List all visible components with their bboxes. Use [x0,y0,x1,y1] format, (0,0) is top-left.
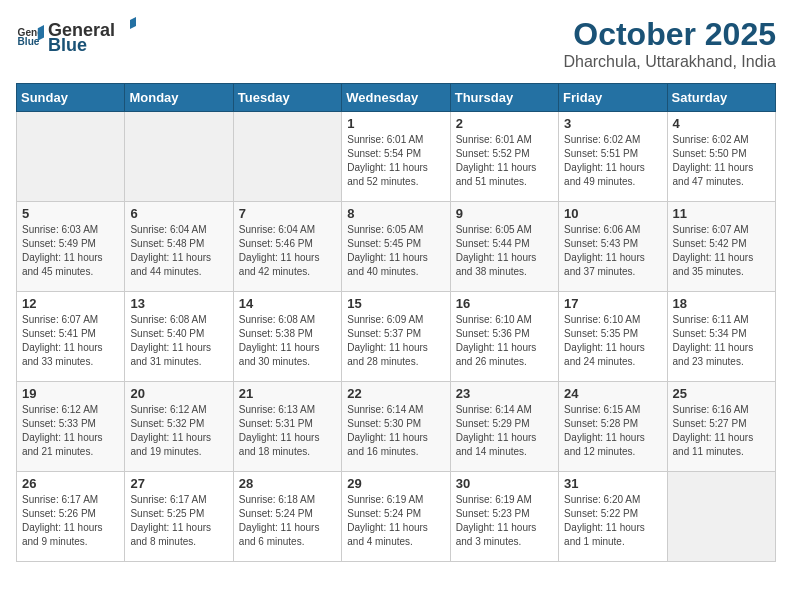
day-number: 5 [22,206,119,221]
calendar-cell: 4Sunrise: 6:02 AM Sunset: 5:50 PM Daylig… [667,112,775,202]
day-number: 10 [564,206,661,221]
day-number: 29 [347,476,444,491]
day-info: Sunrise: 6:10 AM Sunset: 5:36 PM Dayligh… [456,313,553,369]
day-info: Sunrise: 6:09 AM Sunset: 5:37 PM Dayligh… [347,313,444,369]
calendar-cell [233,112,341,202]
day-info: Sunrise: 6:17 AM Sunset: 5:26 PM Dayligh… [22,493,119,549]
calendar-cell: 6Sunrise: 6:04 AM Sunset: 5:48 PM Daylig… [125,202,233,292]
calendar-title: October 2025 [563,16,776,53]
calendar-cell: 15Sunrise: 6:09 AM Sunset: 5:37 PM Dayli… [342,292,450,382]
calendar-cell: 29Sunrise: 6:19 AM Sunset: 5:24 PM Dayli… [342,472,450,562]
day-number: 8 [347,206,444,221]
day-info: Sunrise: 6:04 AM Sunset: 5:48 PM Dayligh… [130,223,227,279]
calendar-cell: 22Sunrise: 6:14 AM Sunset: 5:30 PM Dayli… [342,382,450,472]
calendar-cell [125,112,233,202]
weekday-header: Monday [125,84,233,112]
calendar-cell: 16Sunrise: 6:10 AM Sunset: 5:36 PM Dayli… [450,292,558,382]
calendar-cell: 1Sunrise: 6:01 AM Sunset: 5:54 PM Daylig… [342,112,450,202]
day-number: 7 [239,206,336,221]
day-info: Sunrise: 6:14 AM Sunset: 5:29 PM Dayligh… [456,403,553,459]
day-number: 24 [564,386,661,401]
day-number: 12 [22,296,119,311]
day-number: 4 [673,116,770,131]
day-info: Sunrise: 6:04 AM Sunset: 5:46 PM Dayligh… [239,223,336,279]
calendar-cell: 3Sunrise: 6:02 AM Sunset: 5:51 PM Daylig… [559,112,667,202]
calendar-cell: 19Sunrise: 6:12 AM Sunset: 5:33 PM Dayli… [17,382,125,472]
day-info: Sunrise: 6:11 AM Sunset: 5:34 PM Dayligh… [673,313,770,369]
day-info: Sunrise: 6:05 AM Sunset: 5:44 PM Dayligh… [456,223,553,279]
day-info: Sunrise: 6:17 AM Sunset: 5:25 PM Dayligh… [130,493,227,549]
weekday-header: Sunday [17,84,125,112]
day-info: Sunrise: 6:18 AM Sunset: 5:24 PM Dayligh… [239,493,336,549]
day-number: 6 [130,206,227,221]
day-number: 17 [564,296,661,311]
day-info: Sunrise: 6:19 AM Sunset: 5:23 PM Dayligh… [456,493,553,549]
day-number: 16 [456,296,553,311]
calendar-cell: 10Sunrise: 6:06 AM Sunset: 5:43 PM Dayli… [559,202,667,292]
calendar-table: SundayMondayTuesdayWednesdayThursdayFrid… [16,83,776,562]
calendar-cell: 14Sunrise: 6:08 AM Sunset: 5:38 PM Dayli… [233,292,341,382]
svg-text:Blue: Blue [18,36,40,47]
day-info: Sunrise: 6:07 AM Sunset: 5:42 PM Dayligh… [673,223,770,279]
calendar-cell: 21Sunrise: 6:13 AM Sunset: 5:31 PM Dayli… [233,382,341,472]
calendar-cell: 12Sunrise: 6:07 AM Sunset: 5:41 PM Dayli… [17,292,125,382]
day-number: 27 [130,476,227,491]
calendar-week-row: 12Sunrise: 6:07 AM Sunset: 5:41 PM Dayli… [17,292,776,382]
title-area: October 2025 Dharchula, Uttarakhand, Ind… [563,16,776,71]
calendar-cell: 23Sunrise: 6:14 AM Sunset: 5:29 PM Dayli… [450,382,558,472]
calendar-week-row: 1Sunrise: 6:01 AM Sunset: 5:54 PM Daylig… [17,112,776,202]
day-info: Sunrise: 6:06 AM Sunset: 5:43 PM Dayligh… [564,223,661,279]
day-info: Sunrise: 6:05 AM Sunset: 5:45 PM Dayligh… [347,223,444,279]
day-info: Sunrise: 6:13 AM Sunset: 5:31 PM Dayligh… [239,403,336,459]
calendar-cell: 5Sunrise: 6:03 AM Sunset: 5:49 PM Daylig… [17,202,125,292]
day-number: 19 [22,386,119,401]
day-number: 15 [347,296,444,311]
calendar-cell: 28Sunrise: 6:18 AM Sunset: 5:24 PM Dayli… [233,472,341,562]
day-info: Sunrise: 6:14 AM Sunset: 5:30 PM Dayligh… [347,403,444,459]
day-info: Sunrise: 6:03 AM Sunset: 5:49 PM Dayligh… [22,223,119,279]
calendar-week-row: 5Sunrise: 6:03 AM Sunset: 5:49 PM Daylig… [17,202,776,292]
calendar-cell: 8Sunrise: 6:05 AM Sunset: 5:45 PM Daylig… [342,202,450,292]
calendar-cell: 20Sunrise: 6:12 AM Sunset: 5:32 PM Dayli… [125,382,233,472]
day-number: 31 [564,476,661,491]
calendar-cell: 11Sunrise: 6:07 AM Sunset: 5:42 PM Dayli… [667,202,775,292]
weekday-header: Tuesday [233,84,341,112]
day-info: Sunrise: 6:12 AM Sunset: 5:32 PM Dayligh… [130,403,227,459]
day-number: 20 [130,386,227,401]
logo-bird-icon [116,16,136,36]
day-info: Sunrise: 6:15 AM Sunset: 5:28 PM Dayligh… [564,403,661,459]
day-info: Sunrise: 6:10 AM Sunset: 5:35 PM Dayligh… [564,313,661,369]
calendar-cell: 27Sunrise: 6:17 AM Sunset: 5:25 PM Dayli… [125,472,233,562]
day-info: Sunrise: 6:19 AM Sunset: 5:24 PM Dayligh… [347,493,444,549]
calendar-cell: 13Sunrise: 6:08 AM Sunset: 5:40 PM Dayli… [125,292,233,382]
day-number: 1 [347,116,444,131]
calendar-cell [17,112,125,202]
day-number: 14 [239,296,336,311]
day-info: Sunrise: 6:12 AM Sunset: 5:33 PM Dayligh… [22,403,119,459]
calendar-cell: 17Sunrise: 6:10 AM Sunset: 5:35 PM Dayli… [559,292,667,382]
calendar-cell: 18Sunrise: 6:11 AM Sunset: 5:34 PM Dayli… [667,292,775,382]
day-number: 23 [456,386,553,401]
day-info: Sunrise: 6:08 AM Sunset: 5:38 PM Dayligh… [239,313,336,369]
day-info: Sunrise: 6:07 AM Sunset: 5:41 PM Dayligh… [22,313,119,369]
day-number: 21 [239,386,336,401]
calendar-cell [667,472,775,562]
day-info: Sunrise: 6:20 AM Sunset: 5:22 PM Dayligh… [564,493,661,549]
calendar-cell: 30Sunrise: 6:19 AM Sunset: 5:23 PM Dayli… [450,472,558,562]
day-number: 22 [347,386,444,401]
day-info: Sunrise: 6:08 AM Sunset: 5:40 PM Dayligh… [130,313,227,369]
day-number: 3 [564,116,661,131]
day-info: Sunrise: 6:02 AM Sunset: 5:50 PM Dayligh… [673,133,770,189]
day-info: Sunrise: 6:02 AM Sunset: 5:51 PM Dayligh… [564,133,661,189]
calendar-cell: 7Sunrise: 6:04 AM Sunset: 5:46 PM Daylig… [233,202,341,292]
day-number: 2 [456,116,553,131]
day-number: 18 [673,296,770,311]
weekday-header: Thursday [450,84,558,112]
logo: General Blue General Blue [16,16,137,56]
day-number: 26 [22,476,119,491]
day-info: Sunrise: 6:01 AM Sunset: 5:54 PM Dayligh… [347,133,444,189]
weekday-header: Friday [559,84,667,112]
weekday-header: Saturday [667,84,775,112]
day-number: 9 [456,206,553,221]
day-number: 28 [239,476,336,491]
